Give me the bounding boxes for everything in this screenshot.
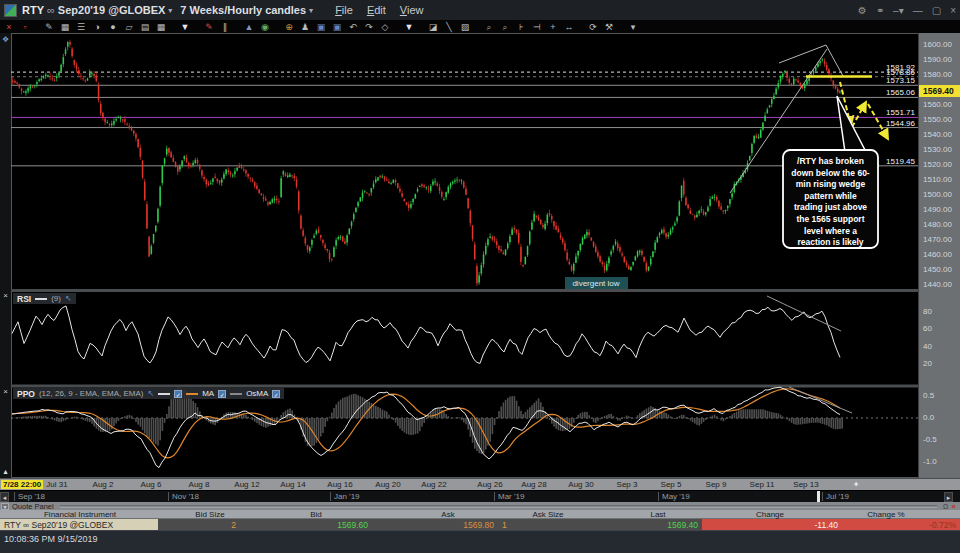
person-icon[interactable]: ♟ [298, 21, 312, 33]
image-icon[interactable]: ▤ [138, 21, 152, 33]
settings-gear-icon[interactable]: ⚙ [858, 5, 867, 16]
rsi-tick: 40 [923, 342, 932, 351]
scroll-left-arrow[interactable]: ◂ [0, 492, 9, 502]
pan-icon[interactable]: ↔ [562, 21, 576, 33]
svg-text:1565.06: 1565.06 [886, 88, 915, 97]
scroll-up-icon[interactable]: ▴ [1, 467, 10, 476]
price-chart-canvas[interactable]: 1581.921578.861573.151565.061551.711544.… [11, 33, 918, 478]
dropdown-triangle-icon[interactable]: ▼ [178, 21, 192, 33]
chart-tab-icon[interactable]: ❖ [1, 35, 10, 44]
bid-size-cell: 2 [158, 519, 240, 530]
panel-separator [11, 289, 918, 292]
quote-col-header[interactable]: Last [650, 510, 665, 519]
circle-icon[interactable]: ● [106, 21, 120, 33]
layout-grid-icon[interactable]: ▦ [154, 21, 168, 33]
price-tick: 1520.00 [923, 160, 952, 169]
symbol-dropdown-icon[interactable]: ▾ [168, 6, 172, 15]
price-tick: 1490.00 [923, 205, 952, 214]
quote-col-header[interactable]: Ask [441, 510, 454, 519]
folder-icon[interactable]: ▱ [122, 21, 136, 33]
red-pencil-icon[interactable]: ✎ [202, 21, 216, 33]
wrench-icon[interactable]: ⚒ [602, 21, 616, 33]
price-marker2-icon[interactable]: ⊣ [530, 21, 544, 33]
close-rsi-panel-icon[interactable]: × [1, 291, 10, 300]
scroll-right-arrow[interactable]: ▸ [944, 492, 953, 502]
small-dropdown-icon[interactable]: ▾ [626, 21, 640, 33]
annotation-callout[interactable]: /RTY has brokendown below the 60-min ris… [783, 96, 878, 248]
range-tick: Nov '18 [168, 492, 199, 501]
divergent-low-label[interactable]: divergent low [565, 277, 628, 289]
shape-icon[interactable]: ◪ [426, 21, 440, 33]
crosshair-icon[interactable]: + [546, 21, 560, 33]
time-tick: Aug 12 [234, 480, 259, 489]
close-icon[interactable]: × [950, 5, 956, 16]
zoom-out-icon[interactable]: ⌕ [498, 21, 512, 33]
pin-icon[interactable]: ‒▾ [893, 5, 904, 16]
bid-cell: 1569.60 [240, 519, 372, 530]
contract-label[interactable]: Sep20'19 @GLOBEX [58, 4, 166, 16]
ppo-checkbox[interactable]: ✓ [174, 390, 182, 398]
time-tick: Sep 5 [661, 480, 682, 489]
dropdown-triangle2-icon[interactable]: ▼ [402, 21, 416, 33]
menu-edit[interactable]: Edit [367, 4, 386, 16]
ppo-tick: 0.5 [923, 391, 934, 400]
timeframe-label[interactable]: 7 Weeks/Hourly candles [180, 4, 306, 16]
hatch-icon[interactable]: ▨ [458, 21, 472, 33]
database-icon[interactable]: ☰ [74, 21, 88, 33]
rsi-tick: 80 [923, 307, 932, 316]
maximize-icon[interactable]: ▢ [932, 5, 941, 16]
histogram-icon[interactable]: ∥ [218, 21, 232, 33]
rsi-pointer-icon[interactable]: ↖ [65, 294, 72, 303]
refresh-icon[interactable]: ⟳ [586, 21, 600, 33]
close-chart-icon[interactable]: × [2, 21, 16, 33]
quote-panel-collapse-icon[interactable]: ▼ [1, 503, 9, 510]
menu-view[interactable]: View [400, 4, 424, 16]
time-axis[interactable]: 7/28 22:00Jul 31Aug 2Aug 6Aug 8Aug 12Aug… [0, 478, 960, 490]
quote-col-header[interactable]: Bid [310, 510, 322, 519]
text-box-icon[interactable]: ▣ [314, 21, 328, 33]
link-icon[interactable]: ⚭ [876, 5, 884, 16]
timeframe-dropdown-icon[interactable]: ▾ [309, 6, 313, 15]
price-tick: 1530.00 [923, 145, 952, 154]
time-tick: Jul 31 [46, 480, 67, 489]
grid-icon[interactable]: ▦ [58, 21, 72, 33]
ma-checkbox[interactable]: ✓ [218, 390, 226, 398]
quote-col-header[interactable]: Ask Size [532, 510, 563, 519]
target-icon[interactable]: ⊕ [282, 21, 296, 33]
redo-icon[interactable]: ↷ [362, 21, 376, 33]
text-note-icon[interactable]: ▣ [330, 21, 344, 33]
osma-checkbox[interactable]: ✓ [272, 390, 280, 398]
minimize-icon[interactable]: — [913, 5, 923, 16]
triangle-tool-icon[interactable]: ▲ [242, 21, 256, 33]
ppo-pointer-icon[interactable]: ↖ [147, 389, 154, 398]
quote-col-header[interactable]: Change % [867, 510, 904, 519]
drawing-toolbar: ×▫✎▦☰◑●▱▤▦▼✎∥▲◉⊕♟▣▣↶↷◇▼◪╲▨⌕⌕⊦⊣+↔⟳⚒▾ [0, 20, 960, 33]
app-logo-icon [4, 4, 17, 17]
ppo-divergence-line [789, 387, 852, 413]
alert-bell-icon[interactable]: Ω [943, 503, 948, 510]
price-axis[interactable]: 1600.001590.001580.001560.001550.001540.… [918, 33, 960, 478]
contrast-icon[interactable]: ◑ [90, 21, 104, 33]
price-tick: 1600.00 [923, 40, 952, 49]
menu-file[interactable]: File [335, 4, 353, 16]
close-ppo-panel-icon[interactable]: × [1, 387, 10, 396]
support-resistance-levels[interactable]: 1581.921578.861573.151565.061551.711544.… [11, 63, 918, 166]
svg-text:1519.45: 1519.45 [886, 157, 915, 166]
price-marker-icon[interactable]: ⊦ [514, 21, 528, 33]
price-tick: 1540.00 [923, 130, 952, 139]
pencil-icon[interactable]: ✎ [42, 21, 56, 33]
quote-col-header[interactable]: Bid Size [195, 510, 224, 519]
undo-icon[interactable]: ↶ [346, 21, 360, 33]
symbol-label[interactable]: RTY [22, 4, 44, 16]
date-range-scrollbar[interactable]: Sep '18Nov '18Jan '19Mar '19May '19Jul '… [0, 490, 960, 502]
quote-col-header[interactable]: Change [756, 510, 784, 519]
ppo-line-sample [158, 393, 170, 395]
quote-row[interactable]: RTY ∞ Sep20'19 @GLOBEX21569.601569.80115… [0, 519, 960, 530]
marquee-icon[interactable]: ▫ [18, 21, 32, 33]
quote-col-header[interactable]: Financial Instrument [44, 510, 116, 519]
polygon-icon[interactable]: ◇ [378, 21, 392, 33]
trendline-tool-icon[interactable]: ╲ [442, 21, 456, 33]
globe-icon[interactable]: ◉ [258, 21, 272, 33]
zoom-in-icon[interactable]: ⌕ [482, 21, 496, 33]
change-cell: -11.40 [702, 519, 842, 530]
